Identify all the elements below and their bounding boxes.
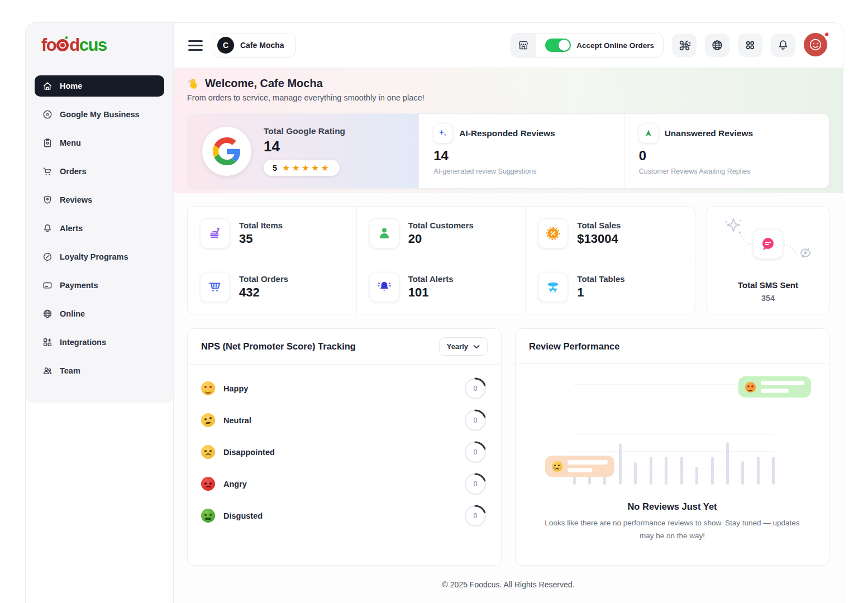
nps-progress-ring: 0 (463, 504, 488, 528)
cart-icon (42, 166, 53, 176)
sidebar-item-integrations[interactable]: Integrations (35, 332, 164, 353)
dashboard-content: Welcome, Cafe Mocha From orders to servi… (174, 68, 843, 603)
sidebar-item-orders[interactable]: Orders (35, 161, 164, 182)
cart-icon (207, 279, 223, 295)
topbar-actions: Accept Online Orders (511, 33, 828, 58)
sidebar-item-label: Reviews (60, 195, 92, 204)
nps-row-disappointed: Disappointed 0 (201, 436, 488, 468)
apps-button[interactable] (738, 34, 762, 57)
loyalty-badge-icon (42, 252, 53, 262)
toggle-knob (559, 40, 570, 51)
sidebar-item-label: Menu (60, 138, 81, 147)
customer-icon (376, 226, 392, 241)
illustration-bar (650, 457, 652, 485)
ai-responded-cell: AI-Responded Reviews 14 AI-generated rev… (418, 114, 623, 188)
negative-review-tooltip (545, 456, 614, 477)
sms-illustration (718, 218, 818, 274)
illustration-bar (665, 457, 667, 485)
svg-text:G: G (46, 112, 49, 117)
ai-responded-value: 14 (433, 148, 609, 164)
google-rating-info: Total Google Rating 14 5 ★★★★★ (264, 126, 345, 176)
google-logo-badge (202, 127, 251, 176)
sidebar-item-reviews[interactable]: Reviews (35, 189, 164, 210)
business-name: Cafe Mocha (240, 41, 284, 50)
unanswered-value: 0 (639, 148, 814, 164)
sales-badge-icon (545, 226, 561, 241)
illustration-bar (680, 457, 683, 485)
kpi-text: Total Sales $13004 (577, 221, 621, 246)
sidebar-item-loyalty-programs[interactable]: Loyalty Programs (35, 246, 164, 267)
brand-logo-text: fodcus (41, 35, 107, 55)
logo-part-cus: cus (79, 35, 107, 55)
nps-row-neutral: Neutral 0 (201, 404, 488, 436)
nps-row-value: 0 (474, 512, 478, 520)
refresh-doodle-icon (797, 245, 814, 261)
sidebar-item-label: Alerts (60, 224, 83, 233)
sidebar-item-menu[interactable]: Menu (35, 132, 164, 154)
google-g-icon (213, 137, 241, 165)
profile-menu[interactable]: ⁕ (804, 33, 828, 58)
nps-row-disgusted: Disgusted 0 (201, 500, 488, 532)
kpi-text: Total Items 35 (239, 221, 283, 246)
brand-logo[interactable]: fodcus (35, 23, 164, 68)
sidebar-item-online[interactable]: Online (35, 303, 164, 324)
business-selector[interactable]: C Cafe Mocha (213, 33, 296, 58)
command-button[interactable] (672, 34, 697, 57)
illustration-bar (772, 457, 775, 485)
language-button[interactable] (705, 34, 729, 57)
sms-bubble-icon (759, 235, 777, 253)
tooltip-lines (761, 381, 804, 393)
sms-label: Total SMS Sent (738, 280, 798, 290)
kpi-label: Total Orders (239, 274, 288, 284)
kpi-label: Total Alerts (408, 274, 454, 284)
nps-row-value: 0 (474, 480, 478, 488)
review-performance-header: Review Performance (516, 329, 829, 364)
ai-responded-label: AI-Responded Reviews (459, 128, 555, 138)
sidebar-item-label: Home (60, 82, 82, 90)
waving-hand-icon (187, 78, 199, 90)
team-icon (42, 366, 53, 376)
nps-panel: NPS (Net Promoter Score) Tracking Yearly… (187, 328, 502, 566)
kpi-label: Total Customers (408, 221, 474, 230)
notifications-button[interactable] (771, 34, 795, 57)
star-rating-pill: 5 ★★★★★ (264, 160, 340, 176)
sidebar-item-label: Loyalty Programs (60, 252, 128, 261)
star-doodle-icon (722, 217, 743, 238)
sidebar-item-alerts[interactable]: Alerts (35, 218, 164, 239)
google-circle-icon: G (42, 109, 53, 119)
storefront-button[interactable] (511, 34, 536, 57)
kpi-text: Total Alerts 101 (408, 274, 454, 300)
nps-progress-ring: 0 (463, 408, 488, 433)
logo-o-mascot-icon (56, 39, 69, 51)
kpi-label: Total Sales (577, 221, 621, 230)
nps-title: NPS (Net Promoter Score) Tracking (201, 341, 356, 352)
credit-card-icon (42, 280, 53, 290)
kpi-total-tables: Total Tables 1 (526, 260, 695, 314)
sidebar-item-label: Orders (60, 167, 87, 176)
items-badge (200, 218, 230, 248)
illustration-bar (634, 462, 637, 485)
kpi-total-sales: Total Sales $13004 (526, 207, 695, 260)
welcome-title-row: Welcome, Cafe Mocha (187, 77, 829, 90)
tables-badge (538, 272, 568, 302)
chevron-down-icon (473, 344, 480, 349)
alert-bell-icon (376, 279, 392, 295)
sidebar-item-payments[interactable]: Payments (35, 275, 164, 296)
logo-part-d: d (69, 35, 79, 55)
nps-progress-ring: 0 (463, 376, 488, 401)
sidebar-item-google-my-business[interactable]: G Google My Business (35, 104, 164, 125)
online-orders-control: Accept Online Orders (511, 33, 664, 58)
tooltip-lines (567, 460, 608, 472)
positive-review-tooltip (738, 376, 811, 398)
sidebar-item-home[interactable]: Home (35, 75, 164, 97)
accept-online-orders-toggle[interactable] (545, 39, 571, 52)
sidebar-item-team[interactable]: Team (35, 360, 164, 381)
hamburger-menu-icon[interactable] (188, 40, 203, 51)
alerts-badge (369, 272, 399, 302)
review-performance-panel: Review Performance (515, 328, 829, 566)
nps-header: NPS (Net Promoter Score) Tracking Yearly (188, 329, 501, 365)
period-dropdown[interactable]: Yearly (439, 337, 488, 356)
illustration-bar (726, 442, 729, 485)
storefront-icon (517, 39, 530, 51)
mascot-face-icon (807, 36, 824, 53)
